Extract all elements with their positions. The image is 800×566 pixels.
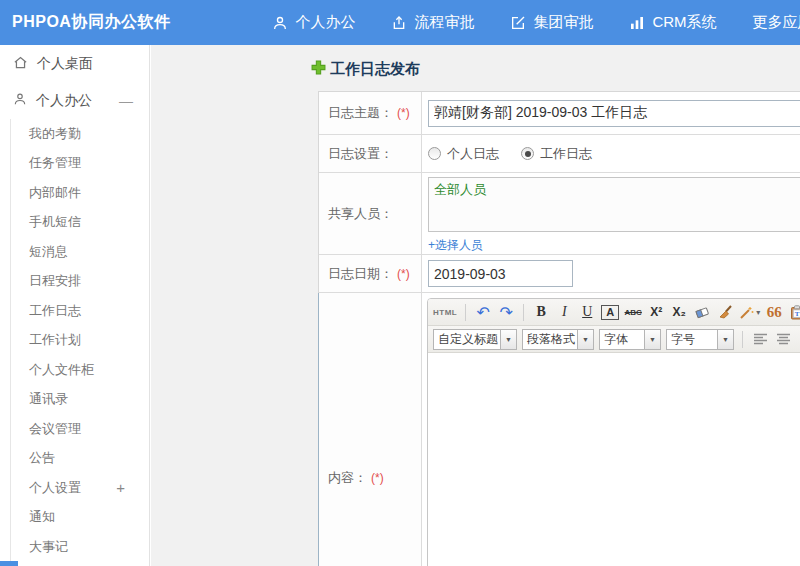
sidebar-item-personal-settings[interactable]: 个人设置 + [11,473,149,503]
sidebar-item-short-messages[interactable]: 短消息 [11,237,149,267]
date-input[interactable] [428,260,573,287]
sidebar-item-label: 工作日志 [29,302,81,320]
required-mark: (*) [397,267,410,281]
sidebar-item-label: 公告 [29,449,55,467]
journal-form: 日志主题： (*) 日志设置： [318,91,800,566]
bold-button[interactable]: B [532,302,550,322]
horizontal-scrollbar-thumb[interactable] [0,561,18,566]
nav-label: 集团审批 [533,13,593,32]
radio-personal-journal[interactable]: 个人日志 [428,145,499,163]
caret-down-icon[interactable]: ▼ [578,329,594,350]
required-mark: (*) [371,471,384,485]
date-label-cell: 日志日期： (*) [319,255,422,292]
expand-plus-icon[interactable]: + [116,479,125,496]
eraser-button[interactable] [693,302,711,322]
sidebar-item-work-journal[interactable]: 工作日志 [11,296,149,326]
sidebar-item-major-events[interactable]: 大事记 [11,532,149,562]
caret-down-icon[interactable]: ▼ [718,329,734,350]
magic-wand-button[interactable]: ▾ [739,302,760,322]
sidebar-item-announcements[interactable]: 公告 [11,444,149,474]
italic-button[interactable]: I [555,302,573,322]
date-label: 日志日期： [328,265,393,283]
journal-type-radio-group: 个人日志 工作日志 [428,145,592,163]
radio-unchecked-icon[interactable] [428,147,441,160]
sidebar-item-internal-mail[interactable]: 内部邮件 [11,178,149,208]
subscript-button[interactable]: X₂ [670,302,688,322]
radio-work-journal[interactable]: 工作日志 [521,145,592,163]
subject-label-cell: 日志主题： (*) [319,92,422,134]
editor-content-area[interactable] [428,353,800,566]
share-people-box[interactable]: 全部人员 [428,177,800,232]
edit-icon [510,15,526,31]
heading-dropdown-value: 自定义标题 [433,329,501,350]
nav-personal-office[interactable]: 个人办公 [272,13,355,32]
collapse-minus-icon[interactable]: — [119,93,133,109]
caret-down-icon[interactable]: ▼ [645,329,661,350]
sidebar-item-contacts[interactable]: 通讯录 [11,385,149,415]
redo-button[interactable]: ↷ [497,302,515,322]
sidebar-item-label: 手机短信 [29,213,81,231]
top-nav: 个人办公 流程审批 集团审批 [272,13,800,32]
underline-button[interactable]: U [578,302,596,322]
page-title-row: 工作日志发布 [151,45,800,91]
font-dropdown-value: 字体 [599,329,645,350]
radio-checked-icon[interactable] [521,147,534,160]
sidebar-item-file-cabinet[interactable]: 个人文件柜 [11,355,149,385]
html-source-button[interactable]: HTML [433,302,457,322]
sidebar-item-meetings[interactable]: 会议管理 [11,414,149,444]
sidebar-group-personal-office[interactable]: 个人办公 — [0,82,149,119]
strikethrough-button[interactable]: ABC [624,302,642,322]
sidebar-item-schedule[interactable]: 日程安排 [11,267,149,297]
sidebar-item-tasks[interactable]: 任务管理 [11,149,149,179]
caret-down-icon: ▾ [756,308,760,317]
nav-crm-system[interactable]: CRM系统 [629,13,716,32]
sidebar: 个人桌面 个人办公 — 我的考勤 任务管理 内部邮件 手机短信 短消息 日程安排… [0,45,150,566]
select-people-link[interactable]: +选择人员 [428,237,800,254]
font-family-dropdown[interactable]: 字体 ▼ [599,329,661,350]
undo-button[interactable]: ↶ [474,302,492,322]
home-icon [13,55,28,73]
nav-label: 流程审批 [414,13,474,32]
sidebar-item-work-plan[interactable]: 工作计划 [11,326,149,356]
font-size-dropdown[interactable]: 字号 ▼ [666,329,734,350]
format-brush-button[interactable] [716,302,734,322]
settings-label: 日志设置： [328,145,393,163]
main-content: 工作日志发布 日志主题： (*) 日志设置： [151,45,800,566]
content-label-cell: 内容： (*) [319,293,422,566]
sidebar-item-attendance[interactable]: 我的考勤 [11,119,149,149]
form-row-date: 日志日期： (*) [319,255,800,293]
nav-label: CRM系统 [652,13,716,32]
sidebar-item-desktop[interactable]: 个人桌面 [0,45,149,82]
share-people-value: 全部人员 [434,182,486,197]
settings-label-cell: 日志设置： [319,135,422,172]
nav-workflow-approval[interactable]: 流程审批 [391,13,474,32]
heading-dropdown[interactable]: 自定义标题 ▼ [433,329,517,350]
editor-toolbar-row2: 自定义标题 ▼ 段落格式 ▼ 字体 ▼ [428,326,800,353]
font-style-button[interactable]: A [601,305,619,320]
subject-value-cell [422,92,800,134]
subject-input[interactable] [428,100,800,127]
caret-down-icon[interactable]: ▼ [501,329,517,350]
size-dropdown-value: 字号 [666,329,718,350]
paste-button[interactable]: T [788,302,800,322]
settings-value-cell: 个人日志 工作日志 [422,135,800,172]
share-value-cell: 全部人员 +选择人员 [422,173,800,254]
align-left-icon[interactable] [751,329,769,349]
nav-more-apps[interactable]: 更多应用 ▼ [753,13,800,32]
sidebar-item-label: 会议管理 [29,420,81,438]
form-row-subject: 日志主题： (*) [319,92,800,135]
nav-label: 更多应用 [753,13,800,32]
svg-text:T: T [795,310,800,318]
align-center-icon[interactable] [774,329,792,349]
sidebar-group-label: 个人办公 [36,92,92,110]
superscript-button[interactable]: X² [647,302,665,322]
form-content: 日志主题： (*) 日志设置： [318,91,800,566]
blockquote-button[interactable]: 66 [765,302,783,322]
nav-group-approval[interactable]: 集团审批 [510,13,593,32]
sidebar-item-notifications[interactable]: 通知 [11,503,149,533]
add-plus-icon [311,60,326,79]
sidebar-item-mobile-sms[interactable]: 手机短信 [11,208,149,238]
paragraph-format-dropdown[interactable]: 段落格式 ▼ [522,329,594,350]
app-title: PHPOA协同办公软件 [0,12,170,33]
sidebar-item-label: 任务管理 [29,154,81,172]
